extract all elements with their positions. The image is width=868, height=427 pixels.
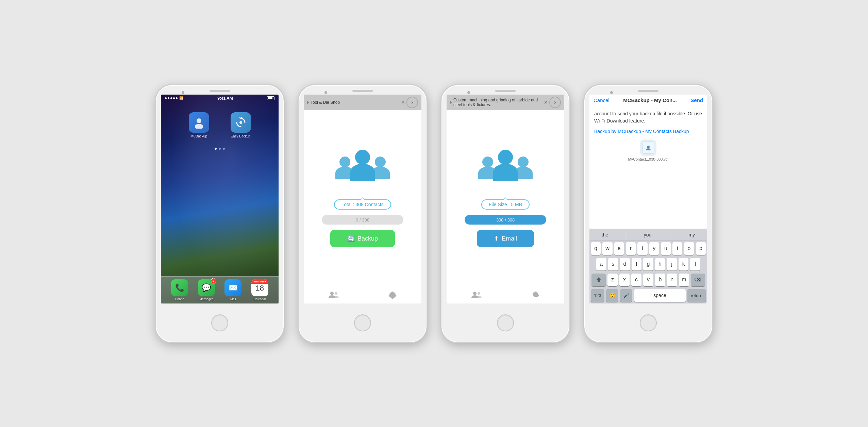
cancel-button[interactable]: Cancel: [594, 97, 610, 103]
key-i[interactable]: i: [672, 242, 682, 255]
key-s[interactable]: s: [608, 258, 618, 271]
dock-mail[interactable]: ✉️ Mail: [224, 279, 241, 301]
key-k[interactable]: k: [679, 258, 689, 271]
key-b[interactable]: b: [655, 274, 665, 286]
svg-point-5: [473, 292, 477, 295]
app-tab-bar-2: [304, 287, 421, 303]
tab-contacts-icon-3[interactable]: [471, 291, 482, 301]
phone-bottom-3: [441, 303, 569, 342]
app-tab-bar-3: [447, 287, 564, 303]
contacts-icon-group-3: [478, 150, 533, 191]
svg-point-4: [335, 292, 337, 295]
email-button[interactable]: ⬆ Email: [477, 230, 534, 247]
key-delete[interactable]: ⌫: [691, 274, 705, 286]
messages-badge: 2: [211, 278, 216, 283]
phone-bottom-2: [299, 303, 427, 342]
svg-point-3: [330, 292, 334, 295]
ad-triangle-icon-3: [450, 101, 452, 104]
key-m[interactable]: m: [679, 274, 689, 286]
email-subject-title: MCBackup - My Con...: [610, 97, 691, 103]
key-shift[interactable]: [591, 274, 606, 286]
key-n[interactable]: n: [667, 274, 677, 286]
suggestion-your[interactable]: your: [637, 232, 660, 237]
key-c[interactable]: c: [631, 274, 641, 286]
phone-2-screen: Tool & Die Shop ✕ ›: [304, 95, 421, 303]
suggestion-my[interactable]: my: [682, 232, 702, 237]
progress-bar-2: 0 / 308: [322, 215, 403, 225]
tab-contacts-icon[interactable]: [329, 291, 339, 301]
attachment-area: MyContact...030-308.vcf: [594, 139, 702, 161]
key-return[interactable]: return: [687, 289, 706, 302]
key-f[interactable]: f: [632, 258, 642, 271]
key-y[interactable]: y: [649, 242, 659, 255]
app-screen-2: Tool & Die Shop ✕ ›: [304, 95, 421, 303]
key-h[interactable]: h: [655, 258, 665, 271]
phone-bottom-4: [584, 303, 712, 342]
phone-dock-icon: 📞: [171, 279, 188, 296]
tab-settings-icon-3[interactable]: [531, 291, 540, 301]
contacts-icon-group-2: [335, 150, 390, 191]
key-w[interactable]: w: [602, 242, 612, 255]
key-o[interactable]: o: [684, 242, 694, 255]
dock-messages[interactable]: 💬 2 Messages: [198, 279, 215, 301]
home-button-1[interactable]: [211, 314, 228, 331]
sil-head-c3: [498, 150, 513, 165]
background-stars: [161, 95, 279, 303]
messages-dock-icon: 💬 2: [198, 279, 215, 296]
keyboard-row-3: z x c v b n m ⌫: [589, 272, 707, 288]
battery-area: [267, 96, 274, 100]
email-link[interactable]: Backup by MCBackup - My Contacts Backup: [594, 129, 702, 134]
key-a[interactable]: a: [596, 258, 606, 271]
home-button-2[interactable]: [354, 314, 371, 331]
key-l[interactable]: l: [690, 258, 700, 271]
key-z[interactable]: z: [607, 274, 618, 286]
key-x[interactable]: x: [619, 274, 630, 286]
suggestion-the[interactable]: the: [595, 232, 615, 237]
attachment-icon: [640, 139, 656, 156]
ad-arrow-2[interactable]: ›: [406, 97, 418, 108]
key-d[interactable]: d: [620, 258, 630, 271]
sil-head: [355, 150, 370, 165]
key-e[interactable]: e: [614, 242, 624, 255]
sil-head-r3: [518, 157, 529, 167]
phone-3: Custom machining and grinding of carbide…: [441, 84, 570, 343]
battery-icon: [267, 96, 274, 100]
mail-dock-icon: ✉️: [224, 279, 241, 296]
calendar-dock-icon: Thursday 18: [251, 279, 268, 296]
sil-head: [339, 157, 350, 167]
ad-close-2[interactable]: ✕: [401, 100, 405, 105]
key-mic[interactable]: 🎤: [620, 289, 632, 302]
email-label: Email: [502, 235, 517, 242]
svg-point-8: [647, 146, 650, 148]
key-r[interactable]: r: [626, 242, 636, 255]
suggestions-bar: the your my: [589, 229, 707, 241]
key-u[interactable]: u: [661, 242, 671, 255]
speaker-4: [638, 90, 658, 92]
key-t[interactable]: t: [637, 242, 647, 255]
key-v[interactable]: v: [643, 274, 653, 286]
ad-banner-3: Custom machining and grinding of carbide…: [447, 95, 564, 110]
key-g[interactable]: g: [643, 258, 653, 271]
key-j[interactable]: j: [667, 258, 677, 271]
key-123[interactable]: 123: [591, 289, 604, 302]
sil-body: [350, 164, 375, 181]
ad-arrow-3[interactable]: ›: [549, 97, 561, 108]
home-button-4[interactable]: [640, 314, 657, 331]
tab-settings-icon[interactable]: [388, 291, 397, 301]
battery-fill: [268, 97, 272, 99]
key-emoji[interactable]: 🙂: [606, 289, 618, 302]
key-p[interactable]: p: [696, 242, 706, 255]
phone-4-screen: Cancel MCBackup - My Con... Send account…: [589, 95, 707, 303]
messages-label: Messages: [199, 297, 213, 301]
dock-phone[interactable]: 📞 Phone: [171, 279, 188, 301]
suggestion-divider-2: [671, 232, 671, 238]
key-q[interactable]: q: [591, 242, 601, 255]
ad-close-3[interactable]: ✕: [544, 100, 548, 105]
dock-calendar[interactable]: Thursday 18 Calendar: [251, 279, 268, 301]
camera-dot-2: [324, 91, 327, 94]
backup-button[interactable]: 🔄 Backup: [330, 230, 395, 247]
key-space[interactable]: space: [634, 289, 686, 302]
ad-triangle-icon: [307, 101, 309, 104]
home-button-3[interactable]: [497, 314, 514, 331]
send-button[interactable]: Send: [690, 97, 703, 103]
